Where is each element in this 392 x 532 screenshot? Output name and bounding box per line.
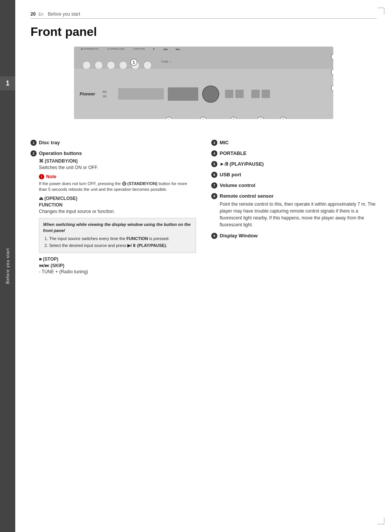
- desc-item-9: 9 Display Window: [211, 233, 377, 239]
- item-title-4: PORTABLE: [220, 150, 247, 156]
- page-section: Before you start: [48, 11, 80, 17]
- item-number-8: 8: [211, 193, 217, 199]
- item-number-1: 1: [31, 140, 37, 146]
- device-top-panel: ⏻ STANDBY/ON ▲ OPEN/CLOSE FUNCTION ■ |◀◀…: [74, 47, 333, 69]
- desc-item-4: 4 PORTABLE: [211, 150, 377, 156]
- item-title-1: Disc tray: [39, 140, 60, 145]
- item-number-7: 7: [211, 182, 217, 189]
- desc-item-8: 8 Remote control sensor Point the remote…: [211, 193, 377, 228]
- device-image: ⏻ STANDBY/ON ▲ OPEN/CLOSE FUNCTION ■ |◀◀…: [74, 47, 333, 119]
- desc-item-2: 2 Operation buttons ⌘ (STANDBY/ON) Switc…: [31, 150, 196, 275]
- main-content: 20 En Before you start Front panel ⏻ STA…: [15, 0, 392, 295]
- info-step-1: The input source switches every time the…: [49, 235, 192, 242]
- right-column: 3 MIC 4 PORTABLE 5 ►/Ⅱ (PLAY/PAUSE): [211, 140, 377, 280]
- info-box-title: When switching while viewing the display…: [43, 221, 192, 234]
- item-number-2: 2: [31, 150, 37, 156]
- pioneer-logo: Pioneer: [80, 92, 97, 96]
- item-number-6: 6: [211, 172, 217, 178]
- page-header: 20 En Before you start: [31, 11, 377, 19]
- skip-label: ⏮/⏭ (SKIP): [39, 263, 196, 269]
- sidebar-chapter-number: 1: [0, 76, 15, 90]
- sidebar: 1 Before you start: [0, 0, 15, 532]
- ctrl-btn-2[interactable]: [235, 90, 244, 98]
- item-number-5: 5: [211, 161, 217, 167]
- sidebar-label: Before you start: [5, 248, 10, 284]
- ctrl-btn-3[interactable]: [251, 90, 260, 98]
- callout-1: 1: [130, 59, 137, 66]
- desc-item-7: 7 Volume control: [211, 182, 377, 189]
- ctrl-btn-1[interactable]: [225, 90, 233, 98]
- item-title-3: MIC: [220, 140, 229, 145]
- standby-btn[interactable]: [82, 61, 91, 69]
- open-close-label: ⏏ (OPEN/CLOSE): [39, 195, 196, 202]
- disc-slot: [118, 88, 164, 100]
- volume-knob[interactable]: [202, 85, 219, 103]
- page-lang: En: [39, 12, 43, 16]
- remote-sensor-body: Point the remote control to this, then o…: [220, 201, 377, 228]
- open-close-btn[interactable]: [95, 61, 103, 69]
- desc-item-5: 5 ►/Ⅱ (PLAY/PAUSE): [211, 161, 377, 167]
- item-number-3: 3: [211, 140, 217, 146]
- stop-label: ■ (STOP): [39, 256, 196, 263]
- function-btn[interactable]: [107, 61, 115, 69]
- item-title-5: ►/Ⅱ (PLAY/PAUSE): [220, 161, 264, 167]
- desc-item-3: 3 MIC: [211, 140, 377, 146]
- item-title-8: Remote control sensor: [220, 193, 274, 199]
- note-title: ! Note: [39, 174, 196, 179]
- item-title-2: Operation buttons: [39, 150, 82, 156]
- standby-label: ⌘ (STANDBY/ON): [39, 158, 78, 164]
- function-text: Changes the input source or function.: [39, 208, 196, 215]
- note-text: If the power does not turn OFF, pressing…: [39, 181, 196, 193]
- description-grid: 1 Disc tray 2 Operation buttons ⌘ (STAND…: [31, 140, 377, 280]
- section-title: Front panel: [31, 25, 377, 39]
- display-area: [168, 87, 198, 101]
- device-bottom-panel: Pioneer BD 3D: [74, 69, 333, 119]
- corner-mark-br: [378, 517, 384, 524]
- item-number-9: 9: [211, 233, 217, 239]
- standby-section: ⌘ (STANDBY/ON): [39, 158, 196, 164]
- standby-text: Switches the unit ON or OFF.: [39, 164, 196, 171]
- tune-label: - TUNE + (Radio tuning): [39, 269, 196, 275]
- skip-fwd-btn[interactable]: [143, 61, 152, 69]
- item-number-4: 4: [211, 150, 217, 156]
- page-number: 20: [31, 11, 35, 17]
- note-icon: !: [39, 174, 44, 179]
- device-diagram: ⏻ STANDBY/ON ▲ OPEN/CLOSE FUNCTION ■ |◀◀…: [74, 47, 333, 128]
- ctrl-btn-4[interactable]: [262, 90, 270, 98]
- item-title-7: Volume control: [220, 182, 255, 188]
- desc-item-1: 1 Disc tray: [31, 140, 196, 146]
- left-column: 1 Disc tray 2 Operation buttons ⌘ (STAND…: [31, 140, 196, 280]
- stop-btn[interactable]: [119, 61, 127, 69]
- info-steps: The input source switches every time the…: [49, 235, 192, 249]
- corner-mark-tr: [378, 8, 384, 15]
- info-step-2: Select the desired input source and pres…: [49, 242, 192, 249]
- note-box: ! Note If the power does not turn OFF, p…: [39, 174, 196, 193]
- right-controls: [225, 90, 270, 98]
- function-label: FUNCTION: [39, 202, 196, 208]
- item-title-6: USB port: [220, 172, 241, 177]
- info-box: When switching while viewing the display…: [39, 218, 196, 253]
- desc-item-6: 6 USB port: [211, 172, 377, 178]
- item-title-9: Display Window: [220, 233, 258, 239]
